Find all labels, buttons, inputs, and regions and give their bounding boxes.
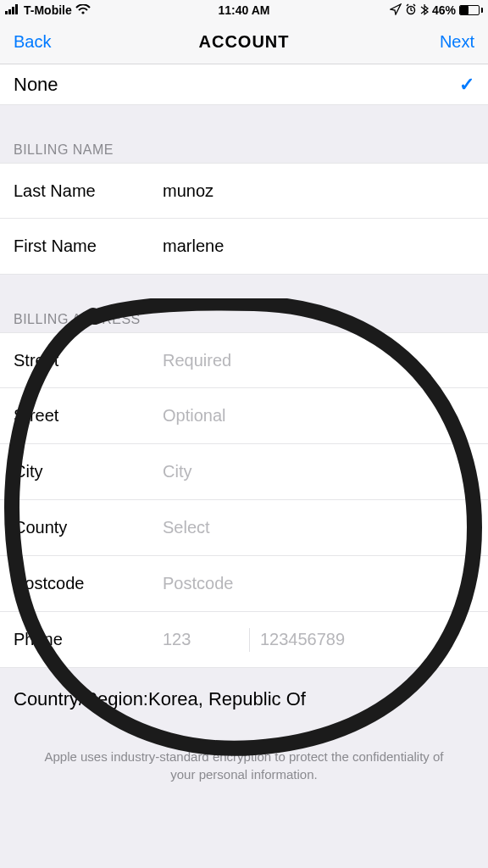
first-name-label: First Name (14, 236, 163, 256)
signal-icon (5, 3, 20, 17)
street1-row[interactable]: Street (0, 332, 488, 388)
phone-prefix-input[interactable] (163, 630, 239, 649)
battery-pct: 46% (432, 3, 456, 17)
nav-bar: Back ACCOUNT Next (0, 20, 488, 64)
county-input[interactable] (163, 518, 474, 537)
postcode-input[interactable] (163, 574, 474, 593)
street1-input[interactable] (163, 351, 474, 370)
next-button[interactable]: Next (440, 32, 474, 52)
phone-separator (249, 628, 250, 652)
svg-rect-0 (5, 11, 8, 14)
phone-row[interactable]: Phone (0, 612, 488, 668)
svg-point-4 (81, 11, 84, 14)
city-row[interactable]: City (0, 444, 488, 500)
option-none-row[interactable]: None ✓ (0, 64, 488, 105)
last-name-row[interactable]: Last Name (0, 163, 488, 219)
section-header-billing-name: BILLING NAME (0, 142, 488, 163)
carrier-label: T-Mobile (24, 3, 72, 17)
city-label: City (14, 462, 163, 481)
phone-number-input[interactable] (260, 630, 474, 649)
street1-label: Street (14, 351, 163, 370)
location-icon (390, 3, 402, 18)
back-button[interactable]: Back (14, 32, 51, 52)
encryption-disclaimer: Apple uses industry-standard encryption … (0, 710, 488, 783)
bluetooth-icon (420, 3, 429, 18)
last-name-input[interactable] (163, 181, 474, 201)
wifi-icon (75, 3, 91, 17)
last-name-label: Last Name (14, 181, 163, 201)
postcode-label: Postcode (14, 574, 163, 593)
street2-input[interactable] (163, 406, 474, 426)
page-title: ACCOUNT (199, 32, 290, 52)
first-name-input[interactable] (163, 236, 474, 256)
status-bar: T-Mobile 11:40 AM 46% (0, 0, 488, 20)
county-label: County (14, 518, 163, 537)
country-label: Country/Region: (14, 688, 148, 710)
street2-label: Street (14, 406, 163, 426)
county-row[interactable]: County (0, 500, 488, 556)
alarm-icon (405, 3, 417, 18)
country-value: Korea, Republic Of (148, 688, 306, 710)
country-region-row[interactable]: Country/Region: Korea, Republic Of (0, 668, 488, 710)
svg-rect-3 (15, 4, 18, 14)
battery-icon (459, 4, 483, 16)
checkmark-icon: ✓ (459, 74, 474, 96)
city-input[interactable] (163, 462, 474, 481)
phone-label: Phone (14, 630, 163, 649)
section-header-billing-address: BILLING ADDRESS (0, 312, 488, 332)
status-time: 11:40 AM (219, 3, 270, 17)
svg-rect-2 (12, 7, 14, 14)
svg-rect-1 (8, 9, 11, 14)
street2-row[interactable]: Street (0, 388, 488, 444)
first-name-row[interactable]: First Name (0, 219, 488, 275)
postcode-row[interactable]: Postcode (0, 556, 488, 612)
option-none-label: None (14, 74, 58, 96)
